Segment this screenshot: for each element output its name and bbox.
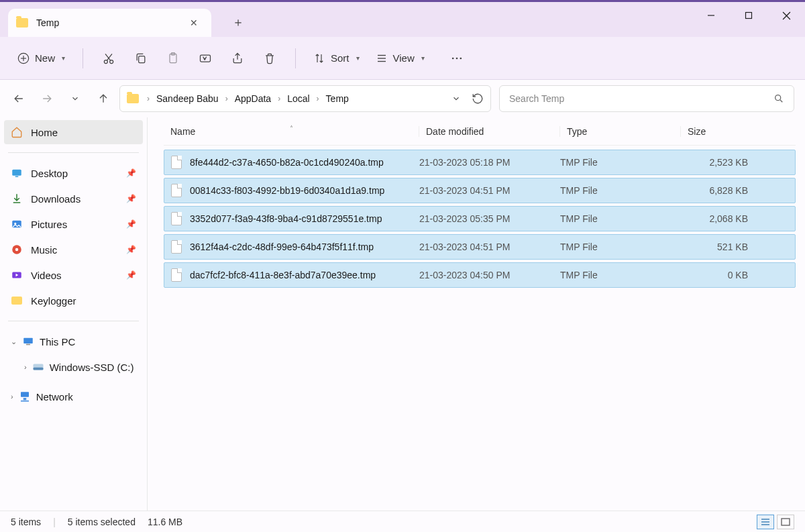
sidebar-item-label: Network	[36, 391, 73, 403]
download-icon	[11, 193, 23, 205]
breadcrumb-segment[interactable]: Sandeep Babu	[155, 91, 220, 107]
sidebar-item-home[interactable]: Home	[4, 120, 143, 144]
search-icon	[773, 93, 784, 104]
sidebar-item-label: Desktop	[31, 168, 68, 179]
pin-icon: 📌	[126, 168, 136, 178]
breadcrumb-segment[interactable]: Temp	[325, 91, 350, 107]
file-date: 21-03-2023 05:35 PM	[419, 213, 560, 224]
svg-rect-31	[26, 344, 30, 345]
file-date: 21-03-2023 04:51 PM	[419, 185, 560, 196]
chevron-right-icon: ›	[147, 94, 150, 103]
sidebar-item-label: This PC	[40, 336, 75, 348]
navigation-row: › Sandeep Babu › AppData › Local › Temp	[0, 80, 805, 117]
file-size: 2,523 KB	[681, 157, 755, 168]
minimize-button[interactable]	[692, 2, 730, 29]
pin-icon: 📌	[126, 270, 136, 280]
svg-rect-1	[746, 13, 752, 19]
column-header-name[interactable]: Name ˄	[164, 126, 419, 137]
refresh-button[interactable]	[472, 93, 484, 105]
paste-button[interactable]	[160, 45, 186, 72]
file-list-pane: Name ˄ Date modified Type Size 8fe444d2-…	[148, 117, 805, 511]
details-view-button[interactable]	[757, 515, 774, 529]
sidebar-item-videos[interactable]: Videos 📌	[4, 263, 143, 287]
file-row[interactable]: 3352d077-f3a9-43f8-9ba4-c91d8729551e.tmp…	[164, 206, 796, 231]
breadcrumb-segment[interactable]: Local	[286, 91, 311, 107]
up-button[interactable]	[95, 91, 111, 107]
address-dropdown-button[interactable]	[451, 94, 461, 103]
svg-rect-33	[33, 368, 43, 370]
file-icon	[171, 212, 182, 225]
column-headers: Name ˄ Date modified Type Size	[164, 117, 796, 146]
new-button[interactable]: New ▾	[12, 45, 70, 72]
column-header-size[interactable]: Size	[680, 126, 754, 137]
chevron-down-icon: ⌄	[11, 337, 17, 346]
svg-point-7	[104, 60, 107, 63]
address-bar[interactable]: › Sandeep Babu › AppData › Local › Temp	[119, 85, 491, 112]
cut-button[interactable]	[95, 45, 122, 72]
file-row[interactable]: 00814c33-f803-4992-bb19-6d0340a1d1a9.tmp…	[164, 178, 796, 203]
svg-point-28	[15, 248, 19, 252]
file-name: dac7fcf2-bfc8-411a-8e3f-abd7a70e39ee.tmp	[190, 270, 376, 280]
svg-rect-34	[21, 392, 29, 397]
file-row[interactable]: 8fe444d2-c37a-4650-b82a-0c1cd490240a.tmp…	[164, 150, 796, 175]
sidebar-item-pictures[interactable]: Pictures 📌	[4, 212, 143, 236]
file-name: 3612f4a4-c2dc-48df-99e9-64b473f5f11f.tmp	[190, 242, 374, 252]
rename-button[interactable]	[192, 45, 219, 72]
active-tab[interactable]: Temp ✕	[8, 9, 211, 37]
folder-icon	[16, 18, 28, 28]
sort-indicator-icon: ˄	[290, 125, 293, 132]
file-name: 3352d077-f3a9-43f8-9ba4-c91d8729551e.tmp	[190, 213, 382, 224]
view-button[interactable]: View ▾	[370, 45, 430, 72]
maximize-button[interactable]	[730, 2, 767, 29]
svg-point-20	[460, 57, 462, 59]
file-icon	[171, 240, 182, 254]
new-tab-button[interactable]: ＋	[225, 9, 252, 36]
forward-button[interactable]	[39, 91, 55, 107]
file-row[interactable]: 3612f4a4-c2dc-48df-99e9-64b473f5f11f.tmp…	[164, 234, 796, 260]
copy-button[interactable]	[127, 45, 154, 72]
sidebar-item-label: Windows-SSD (C:)	[50, 362, 134, 373]
file-date: 21-03-2023 04:51 PM	[419, 242, 560, 252]
sidebar-item-downloads[interactable]: Downloads 📌	[4, 187, 143, 211]
sidebar-item-keylogger[interactable]: Keylogger	[4, 288, 143, 313]
close-tab-button[interactable]: ✕	[184, 13, 203, 32]
sidebar-item-label: Music	[31, 244, 57, 256]
sidebar-item-drive-c[interactable]: › Windows-SSD (C:)	[4, 355, 143, 379]
file-date: 21-03-2023 05:18 PM	[419, 157, 560, 168]
separator	[295, 48, 296, 68]
file-type: TMP File	[560, 270, 681, 280]
thumbnails-view-button[interactable]	[777, 515, 794, 529]
tab-title: Temp	[36, 17, 184, 28]
sidebar-item-label: Keylogger	[31, 295, 76, 307]
column-header-date[interactable]: Date modified	[419, 126, 559, 137]
network-icon	[19, 390, 31, 403]
file-icon	[171, 184, 182, 197]
chevron-right-icon: ›	[24, 363, 27, 371]
recent-button[interactable]	[67, 91, 83, 107]
sidebar-item-network[interactable]: › Network	[4, 384, 143, 409]
sidebar-item-this-pc[interactable]: ⌄ This PC	[4, 329, 143, 354]
breadcrumb-segment[interactable]: AppData	[233, 91, 272, 107]
svg-line-22	[780, 100, 782, 102]
separator	[8, 321, 139, 321]
sort-button[interactable]: Sort ▾	[308, 45, 365, 72]
sidebar-item-desktop[interactable]: Desktop 📌	[4, 161, 143, 185]
sidebar-item-label: Videos	[31, 270, 62, 281]
status-selection: 5 items selected	[68, 517, 136, 527]
file-row[interactable]: dac7fcf2-bfc8-411a-8e3f-abd7a70e39ee.tmp…	[164, 262, 796, 288]
share-button[interactable]	[224, 45, 251, 72]
status-size: 11.6 MB	[148, 517, 182, 527]
back-button[interactable]	[11, 91, 27, 107]
more-button[interactable]	[443, 45, 470, 72]
sidebar-item-music[interactable]: Music 📌	[4, 237, 143, 262]
file-date: 21-03-2023 04:50 PM	[419, 270, 560, 280]
window-controls	[692, 2, 805, 29]
chevron-down-icon: ▾	[356, 54, 360, 62]
music-icon	[11, 244, 23, 256]
search-box[interactable]	[499, 85, 794, 112]
delete-button[interactable]	[256, 45, 283, 72]
close-window-button[interactable]	[767, 2, 805, 29]
svg-rect-30	[23, 338, 33, 343]
search-input[interactable]	[509, 93, 773, 104]
column-header-type[interactable]: Type	[559, 126, 680, 137]
